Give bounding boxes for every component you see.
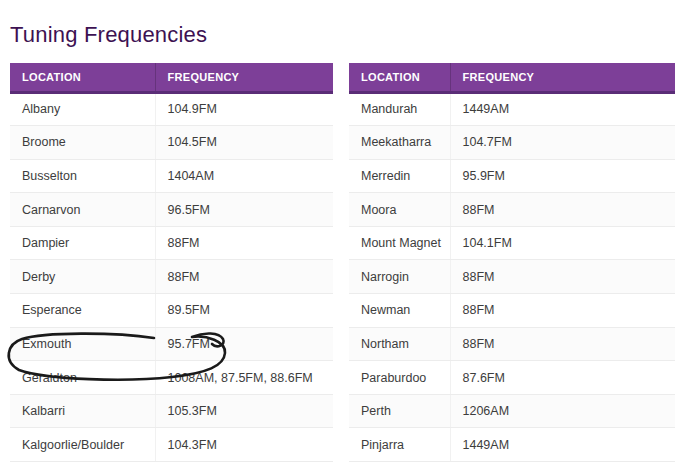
frequency-cell: 1206AM [450, 394, 675, 428]
location-cell: Carnarvon [10, 193, 155, 227]
table-row: Meekatharra104.7FM [349, 126, 675, 160]
page-title: Tuning Frequencies [10, 22, 690, 48]
frequency-cell: 88FM [450, 327, 675, 361]
location-cell: Perth [349, 394, 450, 428]
table-row: Dampier88FM [10, 226, 333, 260]
frequency-cell: 104.1FM [450, 226, 675, 260]
frequency-cell: 95.7FM [155, 327, 333, 361]
table-row: Northam88FM [349, 327, 675, 361]
location-cell: Merredin [349, 159, 450, 193]
frequency-cell: 1449AM [450, 428, 675, 462]
location-cell: Mount Magnet [349, 226, 450, 260]
location-cell: Albany [10, 92, 155, 126]
frequency-cell: 104.7FM [450, 126, 675, 160]
tuning-frequencies-page: Tuning Frequencies LOCATIONFREQUENCYAlba… [0, 0, 690, 475]
location-cell: Northam [349, 327, 450, 361]
frequency-cell: 88FM [450, 193, 675, 227]
location-cell: Broome [10, 126, 155, 160]
frequency-cell: 104.9FM [155, 92, 333, 126]
location-cell: Meekatharra [349, 126, 450, 160]
location-cell: Esperance [10, 294, 155, 328]
location-cell: Pinjarra [349, 428, 450, 462]
frequency-cell: 88FM [155, 260, 333, 294]
frequency-cell: 96.5FM [155, 193, 333, 227]
table-row: Exmouth95.7FM [10, 327, 333, 361]
column-header-location: LOCATION [10, 63, 155, 92]
table-row: Derby88FM [10, 260, 333, 294]
table-row: Kalgoorlie/Boulder104.3FM [10, 428, 333, 462]
table-row: Mount Magnet104.1FM [349, 226, 675, 260]
location-cell: Narrogin [349, 260, 450, 294]
tables-container: LOCATIONFREQUENCYAlbany104.9FMBroome104.… [10, 63, 690, 462]
location-cell: Mandurah [349, 92, 450, 126]
table-row: Narrogin88FM [349, 260, 675, 294]
table-row: Albany104.9FM [10, 92, 333, 126]
frequency-cell: 104.3FM [155, 428, 333, 462]
location-cell: Newman [349, 294, 450, 328]
table-row: Geraldton1008AM, 87.5FM, 88.6FM [10, 361, 333, 395]
table-row: Merredin95.9FM [349, 159, 675, 193]
table-row: Esperance89.5FM [10, 294, 333, 328]
location-cell: Kalgoorlie/Boulder [10, 428, 155, 462]
table-row: Carnarvon96.5FM [10, 193, 333, 227]
table-row: Mandurah1449AM [349, 92, 675, 126]
table-row: Kalbarri105.3FM [10, 394, 333, 428]
table-row: Moora88FM [349, 193, 675, 227]
location-cell: Busselton [10, 159, 155, 193]
location-cell: Derby [10, 260, 155, 294]
table-row: Paraburdoo87.6FM [349, 361, 675, 395]
header-row: LOCATIONFREQUENCY [349, 63, 675, 92]
table-row: Newman88FM [349, 294, 675, 328]
header-row: LOCATIONFREQUENCY [10, 63, 333, 92]
frequency-cell: 1404AM [155, 159, 333, 193]
frequency-cell: 88FM [155, 226, 333, 260]
location-cell: Dampier [10, 226, 155, 260]
table-row: Busselton1404AM [10, 159, 333, 193]
frequency-cell: 1008AM, 87.5FM, 88.6FM [155, 361, 333, 395]
frequency-cell: 87.6FM [450, 361, 675, 395]
location-cell: Geraldton [10, 361, 155, 395]
frequency-cell: 88FM [450, 294, 675, 328]
column-header-frequency: FREQUENCY [450, 63, 675, 92]
frequency-cell: 104.5FM [155, 126, 333, 160]
column-header-location: LOCATION [349, 63, 450, 92]
frequency-cell: 95.9FM [450, 159, 675, 193]
location-cell: Moora [349, 193, 450, 227]
frequency-cell: 89.5FM [155, 294, 333, 328]
table-row: Broome104.5FM [10, 126, 333, 160]
location-cell: Kalbarri [10, 394, 155, 428]
column-header-frequency: FREQUENCY [155, 63, 333, 92]
location-cell: Exmouth [10, 327, 155, 361]
frequency-cell: 1449AM [450, 92, 675, 126]
tuning-frequencies-table-left: LOCATIONFREQUENCYAlbany104.9FMBroome104.… [10, 63, 333, 462]
table-row: Perth1206AM [349, 394, 675, 428]
table-row: Pinjarra1449AM [349, 428, 675, 462]
frequency-cell: 105.3FM [155, 394, 333, 428]
frequency-cell: 88FM [450, 260, 675, 294]
location-cell: Paraburdoo [349, 361, 450, 395]
tuning-frequencies-table-right: LOCATIONFREQUENCYMandurah1449AMMeekathar… [349, 63, 675, 462]
